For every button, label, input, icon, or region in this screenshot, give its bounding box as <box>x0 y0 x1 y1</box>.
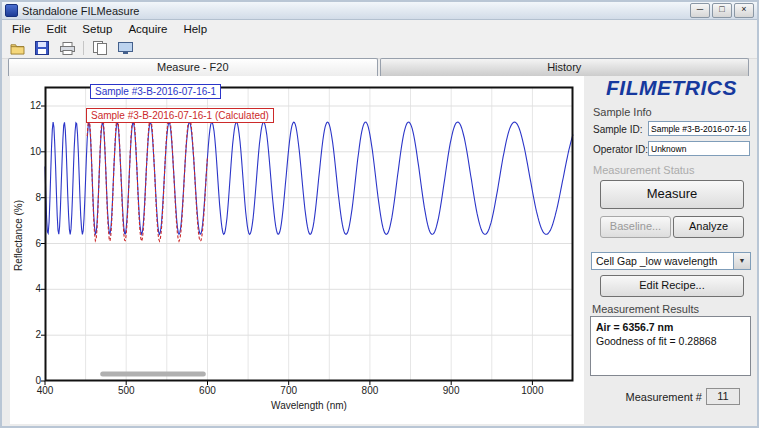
menu-bar: File Edit Setup Acquire Help <box>2 20 757 38</box>
legend-measured[interactable]: Sample #3-B-2016-07-16-1 <box>90 84 221 99</box>
measure-button[interactable]: Measure <box>600 180 744 209</box>
sample-id-input[interactable] <box>648 121 750 136</box>
open-icon[interactable] <box>6 38 28 58</box>
x-tick-label: 1000 <box>512 385 552 396</box>
measurement-number-label: Measurement # <box>602 391 702 403</box>
y-tick-label: 8 <box>19 192 41 203</box>
measurement-number-value: 11 <box>706 388 740 405</box>
tab-history[interactable]: History <box>380 58 750 76</box>
y-tick-label: 0 <box>19 375 41 386</box>
edit-recipe-button[interactable]: Edit Recipe... <box>600 275 744 297</box>
x-tick-label: 600 <box>187 385 227 396</box>
x-axis-label: Wavelength (nm) <box>45 400 573 411</box>
recipe-selected-value: Cell Gap _low wavelength <box>596 255 717 267</box>
copy-icon[interactable] <box>89 38 111 58</box>
x-tick-label: 700 <box>269 385 309 396</box>
operator-id-input[interactable] <box>648 141 750 156</box>
menu-help[interactable]: Help <box>175 21 215 37</box>
capture-icon[interactable] <box>114 38 136 58</box>
chart-plot <box>45 87 573 381</box>
app-icon <box>5 4 18 17</box>
tab-measure-f20[interactable]: Measure - F20 <box>8 58 378 76</box>
y-tick-label: 10 <box>19 146 41 157</box>
menu-edit[interactable]: Edit <box>39 21 75 37</box>
y-tick-label: 2 <box>19 329 41 340</box>
save-icon[interactable] <box>31 38 53 58</box>
menu-file[interactable]: File <box>4 21 39 37</box>
y-tick-label: 4 <box>19 283 41 294</box>
menu-setup[interactable]: Setup <box>74 21 120 37</box>
maximize-icon[interactable]: □ <box>712 3 732 18</box>
y-tick-label: 6 <box>19 238 41 249</box>
measurement-results-box[interactable]: Air = 6356.7 nm Goodness of fit = 0.2886… <box>590 316 751 376</box>
y-tick-label: 12 <box>19 100 41 111</box>
toolbar <box>2 38 757 59</box>
x-tick-label: 800 <box>350 385 390 396</box>
x-tick-label: 400 <box>25 385 65 396</box>
window-title: Standalone FILMeasure <box>22 5 690 17</box>
analyze-button[interactable]: Analyze <box>673 216 744 238</box>
operator-id-label: Operator ID: <box>593 144 648 155</box>
y-axis-label: Reflectance (%) <box>13 126 24 346</box>
result-air-thickness: Air = 6356.7 nm <box>596 320 745 334</box>
legend-calculated[interactable]: Sample #3-B-2016-07-16-1 (Calculated) <box>86 108 274 123</box>
minimize-icon[interactable]: ─ <box>690 3 710 18</box>
baseline-button[interactable]: Baseline... <box>600 216 671 238</box>
sidebar: FILMETRICS Sample Info Sample ID: Operat… <box>588 76 755 426</box>
x-tick-label: 900 <box>431 385 471 396</box>
measurement-status-label: Measurement Status <box>593 164 695 176</box>
print-icon[interactable] <box>56 38 78 58</box>
window-controls: ─ □ × <box>690 3 754 18</box>
recipe-dropdown[interactable]: Cell Gap _low wavelength ▼ <box>591 252 751 270</box>
chart-area: Sample #3-B-2016-07-16-1 Sample #3-B-201… <box>10 76 584 424</box>
tab-strip: Measure - F20 History <box>8 58 749 76</box>
close-icon[interactable]: × <box>734 3 754 18</box>
titlebar: Standalone FILMeasure ─ □ × <box>2 2 757 20</box>
filmetrics-logo: FILMETRICS <box>588 76 755 100</box>
app-window: Standalone FILMeasure ─ □ × File Edit Se… <box>0 0 759 428</box>
sample-info-label: Sample Info <box>593 106 652 118</box>
menu-acquire[interactable]: Acquire <box>120 21 175 37</box>
result-goodness-of-fit: Goodness of fit = 0.28868 <box>596 334 745 348</box>
toolbar-separator <box>83 41 84 55</box>
chevron-down-icon[interactable]: ▼ <box>733 253 750 269</box>
sample-id-label: Sample ID: <box>593 124 642 135</box>
measurement-results-label: Measurement Results <box>592 303 699 315</box>
x-tick-label: 500 <box>106 385 146 396</box>
